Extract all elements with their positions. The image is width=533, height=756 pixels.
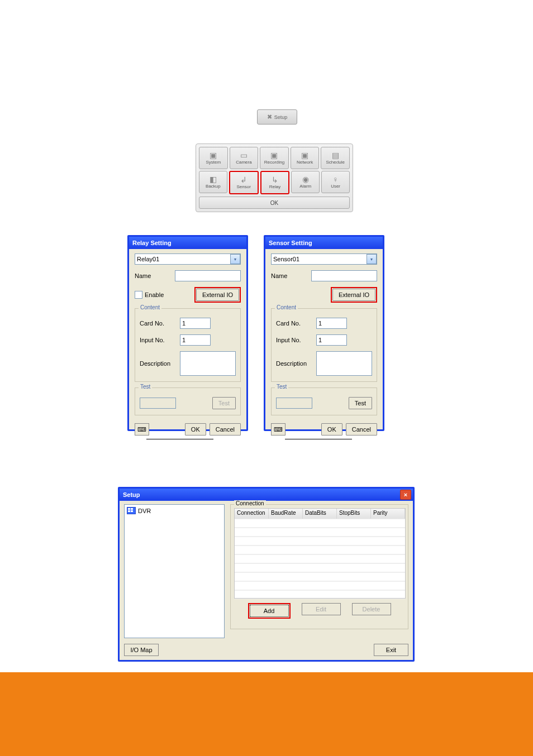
sensor-select-value: Sensor01 [273,256,299,262]
device-tree[interactable]: DVR [124,504,225,638]
col-baudrate[interactable]: BaudRate [269,509,303,519]
sensor-external-io-button[interactable]: External IO [332,289,375,301]
gear-icon: ✖ [267,113,272,121]
footer-bar [0,672,533,756]
relay-select-value: Relay01 [137,256,159,262]
table-row [235,563,405,572]
device-icon [127,507,136,514]
sensor-input-input[interactable]: 1 [316,334,347,346]
sensor-card-input[interactable]: 1 [316,318,347,329]
table-row [235,572,405,581]
caption-underline [285,439,352,440]
relay-card-input[interactable]: 1 [180,318,211,329]
table-row [235,554,405,563]
caption-underline [146,439,213,440]
cat-relay[interactable]: ↳Relay [260,171,290,194]
external-io-setup-dialog: Setup × DVR Connection Connection BaudRa… [118,487,415,662]
table-row [235,581,405,590]
sensor-test-display [276,398,312,409]
col-connection[interactable]: Connection [235,509,269,519]
relay-name-input[interactable] [175,270,241,281]
col-parity[interactable]: Parity [371,509,405,519]
relay-content-legend: Content [139,304,161,310]
sensor-title: Sensor Setting [265,237,383,249]
cat-camera[interactable]: ▭Camera [230,147,259,169]
edit-button[interactable]: Edit [302,603,341,615]
keyboard-icon[interactable]: ⌨ [135,423,149,436]
cat-system[interactable]: ▣System [199,147,228,169]
recording-icon: ▣ [270,151,278,159]
sensor-setting-dialog: Sensor Setting Sensor01 ▾ Name External … [264,235,384,431]
chevron-down-icon: ▾ [367,254,377,264]
table-row [235,528,405,537]
sensor-card-label: Card No. [276,320,316,327]
col-stopbits[interactable]: StopBits [337,509,371,519]
sensor-icon: ↲ [240,176,247,184]
relay-cancel-button[interactable]: Cancel [210,423,241,436]
alarm-icon: ◉ [302,175,309,183]
close-button[interactable]: × [400,490,411,500]
user-icon: ♀ [332,175,339,183]
cat-sensor[interactable]: ↲Sensor [229,171,259,194]
tree-root-label: DVR [138,508,151,514]
relay-card-label: Card No. [140,320,180,327]
connection-legend: Connection [234,500,266,506]
system-icon: ▣ [210,151,217,159]
sensor-name-input[interactable] [311,270,377,281]
close-icon: × [404,491,407,498]
relay-enable-checkbox[interactable]: Enable [135,291,164,299]
sensor-test-button[interactable]: Test [349,397,372,409]
network-icon: ▣ [301,151,308,159]
camera-icon: ▭ [240,151,248,159]
table-row [235,537,405,546]
connection-table[interactable]: Connection BaudRate DataBits StopBits Pa… [234,508,406,599]
relay-ok-button[interactable]: OK [185,423,206,436]
relay-test-display [140,398,176,409]
relay-test-legend: Test [139,384,152,390]
sensor-desc-label: Description [276,360,316,367]
delete-button[interactable]: Delete [352,603,391,615]
setup-grid-ok-button[interactable]: OK [199,197,350,209]
relay-input-input[interactable]: 1 [180,334,211,346]
sensor-name-label: Name [271,272,311,279]
relay-desc-label: Description [140,360,180,367]
cat-network[interactable]: ▣Network [291,147,320,169]
setup-category-grid: ▣System ▭Camera ▣Recording ▣Network ▤Sch… [196,143,353,212]
chevron-down-icon: ▾ [230,254,240,264]
sensor-desc-input[interactable] [316,351,372,376]
setup-launcher-button[interactable]: ✖ Setup [257,109,297,125]
table-row [235,519,405,528]
sensor-ok-button[interactable]: OK [321,423,342,436]
sensor-input-label: Input No. [276,337,316,343]
sensor-select[interactable]: Sensor01 ▾ [271,253,377,265]
col-databits[interactable]: DataBits [303,509,337,519]
tree-root-dvr[interactable]: DVR [127,507,222,514]
cat-recording[interactable]: ▣Recording [260,147,289,169]
relay-select[interactable]: Relay01 ▾ [135,253,241,265]
backup-icon: ◧ [210,175,217,183]
relay-desc-input[interactable] [180,351,236,376]
io-map-button[interactable]: I/O Map [124,644,159,656]
sensor-test-legend: Test [275,384,288,390]
schedule-icon: ▤ [332,151,339,159]
keyboard-icon[interactable]: ⌨ [271,423,285,436]
relay-name-label: Name [135,272,175,279]
setup-launcher-label: Setup [274,114,288,120]
setup-dialog-title: Setup [123,491,140,498]
table-row [235,546,405,554]
relay-external-io-button[interactable]: External IO [196,289,239,301]
cat-backup[interactable]: ◧Backup [199,171,227,193]
relay-input-label: Input No. [140,337,180,343]
cat-user[interactable]: ♀User [321,171,350,193]
relay-title: Relay Setting [129,237,246,249]
cat-alarm[interactable]: ◉Alarm [291,171,320,193]
add-button[interactable]: Add [250,605,289,617]
relay-setting-dialog: Relay Setting Relay01 ▾ Name Enable Exte… [127,235,248,431]
checkbox-icon [135,291,142,299]
sensor-content-legend: Content [275,304,298,310]
relay-icon: ↳ [272,176,278,184]
cat-schedule[interactable]: ▤Schedule [321,147,350,169]
sensor-cancel-button[interactable]: Cancel [346,423,377,436]
relay-test-button[interactable]: Test [212,397,236,409]
exit-button[interactable]: Exit [374,644,408,656]
